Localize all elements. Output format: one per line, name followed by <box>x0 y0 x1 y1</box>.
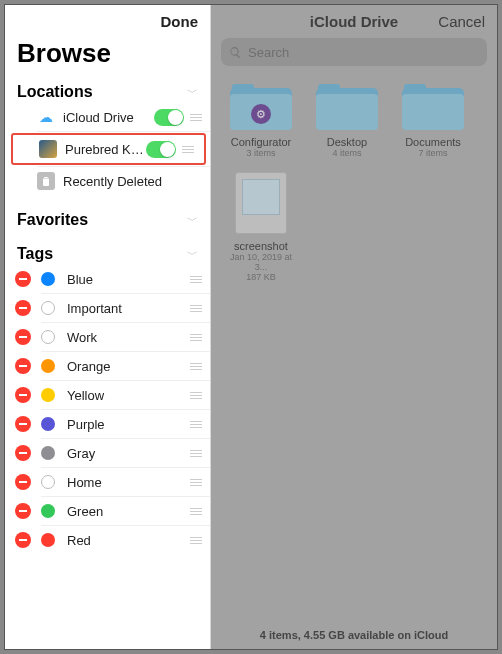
tag-color-icon <box>41 504 55 518</box>
main-panel: iCloud Drive Cancel Search ⚙Configurator… <box>211 5 497 649</box>
reorder-handle-icon[interactable] <box>190 363 202 370</box>
folder-item[interactable]: Desktop4 items <box>311 84 383 158</box>
favorites-header[interactable]: Favorites ﹀ <box>5 205 210 231</box>
chevron-down-icon: ﹀ <box>187 213 198 228</box>
tag-row[interactable]: Blue <box>5 265 210 293</box>
item-meta: 3 items <box>246 148 275 158</box>
folder-icon <box>316 84 378 130</box>
purebred-app-icon <box>39 140 57 158</box>
tag-label: Work <box>67 330 190 345</box>
tag-row[interactable]: Important <box>5 294 210 322</box>
reorder-handle-icon[interactable] <box>190 450 202 457</box>
search-icon <box>229 46 242 59</box>
locations-header[interactable]: Locations ﹀ <box>5 77 210 103</box>
done-button[interactable]: Done <box>161 13 199 30</box>
item-meta: 7 items <box>418 148 447 158</box>
highlight-annotation: Purebred Ke... <box>11 133 206 165</box>
delete-minus-icon[interactable] <box>15 445 31 461</box>
main-title: iCloud Drive <box>310 13 398 30</box>
browse-sidebar: Done Browse Locations ﹀ ☁ iCloud Drive P… <box>5 5 211 649</box>
tag-empty-icon <box>41 330 55 344</box>
delete-minus-icon[interactable] <box>15 300 31 316</box>
tag-label: Gray <box>67 446 190 461</box>
tag-label: Home <box>67 475 190 490</box>
item-name: Desktop <box>327 136 367 148</box>
location-label: Recently Deleted <box>63 174 202 189</box>
reorder-handle-icon[interactable] <box>190 479 202 486</box>
delete-minus-icon[interactable] <box>15 271 31 287</box>
reorder-handle-icon[interactable] <box>190 421 202 428</box>
reorder-handle-icon[interactable] <box>190 334 202 341</box>
tag-row[interactable]: Green <box>5 497 210 525</box>
tags-header[interactable]: Tags ﹀ <box>5 239 210 265</box>
item-name: Configurator <box>231 136 292 148</box>
tag-label: Blue <box>67 272 190 287</box>
tag-label: Green <box>67 504 190 519</box>
file-item[interactable]: screenshotJan 10, 2019 at 3...187 KB <box>225 172 297 282</box>
item-meta: Jan 10, 2019 at 3... <box>225 252 297 272</box>
tag-color-icon <box>41 272 55 286</box>
tag-empty-icon <box>41 475 55 489</box>
file-icon <box>235 172 287 234</box>
chevron-down-icon: ﹀ <box>187 247 198 262</box>
tag-label: Red <box>67 533 190 548</box>
tag-row[interactable]: Yellow <box>5 381 210 409</box>
storage-footer: 4 items, 4.55 GB available on iCloud <box>211 621 497 649</box>
location-icloud-drive[interactable]: ☁ iCloud Drive <box>5 103 210 131</box>
folder-icon <box>402 84 464 130</box>
reorder-handle-icon[interactable] <box>190 392 202 399</box>
delete-minus-icon[interactable] <box>15 474 31 490</box>
folder-icon: ⚙ <box>230 84 292 130</box>
delete-minus-icon[interactable] <box>15 329 31 345</box>
chevron-down-icon: ﹀ <box>187 85 198 100</box>
item-meta: 4 items <box>332 148 361 158</box>
tag-row[interactable]: Home <box>5 468 210 496</box>
delete-minus-icon[interactable] <box>15 532 31 548</box>
browse-title: Browse <box>5 34 210 77</box>
toggle-switch[interactable] <box>154 109 184 126</box>
tag-label: Orange <box>67 359 190 374</box>
tag-color-icon <box>41 359 55 373</box>
tag-row[interactable]: Gray <box>5 439 210 467</box>
item-name: Documents <box>405 136 461 148</box>
search-placeholder: Search <box>248 45 289 60</box>
cancel-button[interactable]: Cancel <box>438 13 485 30</box>
reorder-handle-icon[interactable] <box>190 305 202 312</box>
tag-row[interactable]: Purple <box>5 410 210 438</box>
tag-row[interactable]: Work <box>5 323 210 351</box>
folder-item[interactable]: Documents7 items <box>397 84 469 158</box>
tag-color-icon <box>41 533 55 547</box>
tag-color-icon <box>41 446 55 460</box>
reorder-handle-icon[interactable] <box>190 276 202 283</box>
tag-empty-icon <box>41 301 55 315</box>
reorder-handle-icon[interactable] <box>190 508 202 515</box>
tag-label: Purple <box>67 417 190 432</box>
delete-minus-icon[interactable] <box>15 503 31 519</box>
reorder-handle-icon[interactable] <box>182 146 194 153</box>
delete-minus-icon[interactable] <box>15 387 31 403</box>
location-recently-deleted[interactable]: Recently Deleted <box>5 167 210 195</box>
reorder-handle-icon[interactable] <box>190 537 202 544</box>
tag-row[interactable]: Orange <box>5 352 210 380</box>
item-name: screenshot <box>234 240 288 252</box>
trash-icon <box>37 172 55 190</box>
item-size: 187 KB <box>246 272 276 282</box>
tag-label: Important <box>67 301 190 316</box>
location-label: iCloud Drive <box>63 110 154 125</box>
search-input[interactable]: Search <box>221 38 487 66</box>
cloud-icon: ☁ <box>37 108 55 126</box>
toggle-switch[interactable] <box>146 141 176 158</box>
tag-color-icon <box>41 417 55 431</box>
location-purebred[interactable]: Purebred Ke... <box>17 136 202 162</box>
folder-item[interactable]: ⚙Configurator3 items <box>225 84 297 158</box>
reorder-handle-icon[interactable] <box>190 114 202 121</box>
delete-minus-icon[interactable] <box>15 358 31 374</box>
tag-color-icon <box>41 388 55 402</box>
location-label: Purebred Ke... <box>65 142 146 157</box>
tag-label: Yellow <box>67 388 190 403</box>
delete-minus-icon[interactable] <box>15 416 31 432</box>
tag-row[interactable]: Red <box>5 526 210 554</box>
